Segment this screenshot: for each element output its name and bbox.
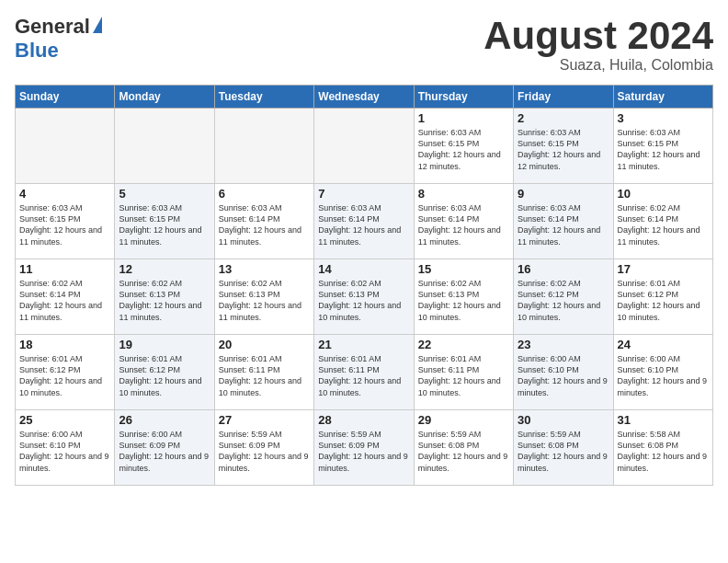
day-info: Sunrise: 6:01 AM Sunset: 6:11 PM Dayligh… [318, 353, 409, 398]
column-header-tuesday: Tuesday [214, 86, 313, 109]
day-info: Sunrise: 6:02 AM Sunset: 6:13 PM Dayligh… [119, 278, 210, 323]
day-info: Sunrise: 6:00 AM Sunset: 6:09 PM Dayligh… [119, 429, 210, 474]
calendar-week-row: 1Sunrise: 6:03 AM Sunset: 6:15 PM Daylig… [16, 109, 713, 184]
day-number: 9 [518, 187, 609, 201]
calendar-cell [16, 109, 115, 184]
day-number: 10 [618, 187, 709, 201]
day-info: Sunrise: 6:03 AM Sunset: 6:14 PM Dayligh… [219, 202, 310, 247]
day-number: 22 [418, 338, 509, 351]
calendar-cell [314, 109, 414, 184]
calendar-cell: 6Sunrise: 6:03 AM Sunset: 6:14 PM Daylig… [214, 184, 313, 259]
calendar-cell: 9Sunrise: 6:03 AM Sunset: 6:14 PM Daylig… [514, 184, 613, 259]
day-info: Sunrise: 6:02 AM Sunset: 6:14 PM Dayligh… [618, 202, 709, 247]
day-number: 28 [318, 413, 409, 427]
logo: General Blue [15, 15, 102, 63]
day-number: 11 [19, 262, 110, 276]
day-number: 16 [518, 262, 609, 276]
logo-general-text: General [15, 15, 90, 39]
day-info: Sunrise: 6:01 AM Sunset: 6:11 PM Dayligh… [219, 353, 310, 398]
calendar-cell: 11Sunrise: 6:02 AM Sunset: 6:14 PM Dayli… [16, 259, 115, 335]
calendar-cell: 7Sunrise: 6:03 AM Sunset: 6:14 PM Daylig… [314, 184, 414, 259]
day-number: 25 [19, 413, 110, 427]
day-number: 31 [618, 413, 709, 427]
day-number: 29 [418, 413, 509, 427]
day-info: Sunrise: 6:03 AM Sunset: 6:14 PM Dayligh… [418, 202, 509, 247]
day-number: 2 [518, 111, 609, 125]
calendar-cell: 13Sunrise: 6:02 AM Sunset: 6:13 PM Dayli… [214, 259, 313, 335]
day-number: 6 [219, 187, 310, 201]
day-info: Sunrise: 6:01 AM Sunset: 6:12 PM Dayligh… [618, 278, 709, 323]
day-info: Sunrise: 6:02 AM Sunset: 6:13 PM Dayligh… [219, 278, 310, 323]
column-header-sunday: Sunday [16, 86, 115, 109]
day-number: 24 [618, 338, 709, 351]
calendar-cell: 17Sunrise: 6:01 AM Sunset: 6:12 PM Dayli… [613, 259, 712, 335]
day-info: Sunrise: 6:01 AM Sunset: 6:12 PM Dayligh… [119, 353, 210, 398]
day-number: 30 [518, 413, 609, 427]
calendar-cell: 26Sunrise: 6:00 AM Sunset: 6:09 PM Dayli… [115, 410, 214, 486]
calendar-table: SundayMondayTuesdayWednesdayThursdayFrid… [15, 85, 713, 486]
calendar-cell: 27Sunrise: 5:59 AM Sunset: 6:09 PM Dayli… [214, 410, 313, 486]
calendar-cell: 23Sunrise: 6:00 AM Sunset: 6:10 PM Dayli… [514, 335, 613, 410]
calendar-week-row: 4Sunrise: 6:03 AM Sunset: 6:15 PM Daylig… [16, 184, 713, 259]
day-number: 8 [418, 187, 509, 201]
day-info: Sunrise: 5:58 AM Sunset: 6:08 PM Dayligh… [618, 429, 709, 474]
calendar-cell: 25Sunrise: 6:00 AM Sunset: 6:10 PM Dayli… [16, 410, 115, 486]
day-number: 5 [119, 187, 210, 201]
day-number: 23 [518, 338, 609, 351]
day-number: 19 [119, 338, 210, 351]
calendar-cell: 3Sunrise: 6:03 AM Sunset: 6:15 PM Daylig… [613, 109, 712, 184]
calendar-cell: 16Sunrise: 6:02 AM Sunset: 6:12 PM Dayli… [514, 259, 613, 335]
day-number: 26 [119, 413, 210, 427]
calendar-title: August 2024 [483, 15, 713, 57]
day-number: 20 [219, 338, 310, 351]
day-number: 7 [318, 187, 409, 201]
calendar-cell: 29Sunrise: 5:59 AM Sunset: 6:08 PM Dayli… [414, 410, 513, 486]
day-info: Sunrise: 6:03 AM Sunset: 6:14 PM Dayligh… [518, 202, 609, 247]
title-block: August 2024 Suaza, Huila, Colombia [483, 15, 713, 74]
day-info: Sunrise: 5:59 AM Sunset: 6:08 PM Dayligh… [518, 429, 609, 474]
day-number: 15 [418, 262, 509, 276]
calendar-cell [214, 109, 313, 184]
column-header-wednesday: Wednesday [314, 86, 414, 109]
logo-triangle-icon [93, 17, 102, 33]
day-info: Sunrise: 6:02 AM Sunset: 6:14 PM Dayligh… [19, 278, 110, 323]
day-number: 1 [418, 111, 509, 125]
calendar-cell: 8Sunrise: 6:03 AM Sunset: 6:14 PM Daylig… [414, 184, 513, 259]
day-info: Sunrise: 6:03 AM Sunset: 6:15 PM Dayligh… [119, 202, 210, 247]
day-number: 21 [318, 338, 409, 351]
calendar-cell: 31Sunrise: 5:58 AM Sunset: 6:08 PM Dayli… [613, 410, 712, 486]
calendar-cell: 5Sunrise: 6:03 AM Sunset: 6:15 PM Daylig… [115, 184, 214, 259]
day-info: Sunrise: 6:03 AM Sunset: 6:15 PM Dayligh… [618, 127, 709, 172]
calendar-week-row: 18Sunrise: 6:01 AM Sunset: 6:12 PM Dayli… [16, 335, 713, 410]
column-header-friday: Friday [514, 86, 613, 109]
calendar-cell: 20Sunrise: 6:01 AM Sunset: 6:11 PM Dayli… [214, 335, 313, 410]
calendar-cell: 18Sunrise: 6:01 AM Sunset: 6:12 PM Dayli… [16, 335, 115, 410]
day-info: Sunrise: 6:02 AM Sunset: 6:13 PM Dayligh… [418, 278, 509, 323]
day-info: Sunrise: 6:03 AM Sunset: 6:15 PM Dayligh… [518, 127, 609, 172]
day-info: Sunrise: 5:59 AM Sunset: 6:09 PM Dayligh… [318, 429, 409, 474]
day-info: Sunrise: 5:59 AM Sunset: 6:08 PM Dayligh… [418, 429, 509, 474]
column-header-saturday: Saturday [613, 86, 712, 109]
column-header-thursday: Thursday [414, 86, 513, 109]
calendar-cell: 2Sunrise: 6:03 AM Sunset: 6:15 PM Daylig… [514, 109, 613, 184]
day-info: Sunrise: 6:01 AM Sunset: 6:11 PM Dayligh… [418, 353, 509, 398]
day-number: 13 [219, 262, 310, 276]
day-number: 4 [19, 187, 110, 201]
calendar-cell: 14Sunrise: 6:02 AM Sunset: 6:13 PM Dayli… [314, 259, 414, 335]
day-info: Sunrise: 6:03 AM Sunset: 6:14 PM Dayligh… [318, 202, 409, 247]
calendar-cell: 21Sunrise: 6:01 AM Sunset: 6:11 PM Dayli… [314, 335, 414, 410]
calendar-header-row: SundayMondayTuesdayWednesdayThursdayFrid… [16, 86, 713, 109]
logo-blue-text: Blue [15, 39, 59, 63]
calendar-cell: 12Sunrise: 6:02 AM Sunset: 6:13 PM Dayli… [115, 259, 214, 335]
day-info: Sunrise: 6:00 AM Sunset: 6:10 PM Dayligh… [618, 353, 709, 398]
calendar-cell: 1Sunrise: 6:03 AM Sunset: 6:15 PM Daylig… [414, 109, 513, 184]
day-info: Sunrise: 6:01 AM Sunset: 6:12 PM Dayligh… [19, 353, 110, 398]
day-number: 3 [618, 111, 709, 125]
calendar-cell: 10Sunrise: 6:02 AM Sunset: 6:14 PM Dayli… [613, 184, 712, 259]
day-info: Sunrise: 6:02 AM Sunset: 6:12 PM Dayligh… [518, 278, 609, 323]
day-number: 17 [618, 262, 709, 276]
day-number: 18 [19, 338, 110, 351]
calendar-cell: 30Sunrise: 5:59 AM Sunset: 6:08 PM Dayli… [514, 410, 613, 486]
day-info: Sunrise: 6:00 AM Sunset: 6:10 PM Dayligh… [19, 429, 110, 474]
calendar-cell: 4Sunrise: 6:03 AM Sunset: 6:15 PM Daylig… [16, 184, 115, 259]
